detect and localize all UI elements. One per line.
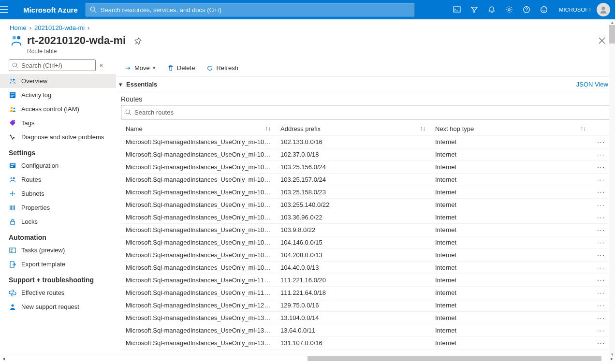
sidebar-item-overview[interactable]: Overview bbox=[0, 74, 116, 88]
refresh-button[interactable]: Refresh bbox=[202, 60, 243, 76]
row-context-menu[interactable]: ··· bbox=[591, 186, 610, 199]
scroll-up-arrow[interactable]: ▴ bbox=[609, 19, 615, 25]
row-context-menu[interactable]: ··· bbox=[591, 249, 610, 262]
sidebar-search-input[interactable] bbox=[21, 62, 92, 69]
row-context-menu[interactable]: ··· bbox=[591, 136, 610, 148]
horizontal-scrollbar[interactable]: ◂ ▸ bbox=[0, 355, 615, 362]
row-context-menu[interactable]: ··· bbox=[591, 224, 610, 236]
move-button[interactable]: Move ▾ bbox=[120, 60, 161, 76]
collapse-sidebar-button[interactable]: « bbox=[100, 62, 103, 69]
table-row[interactable]: Microsoft.Sql-managedInstances_UseOnly_m… bbox=[121, 299, 610, 312]
sidebar-item-activity-log[interactable]: Activity log bbox=[0, 88, 116, 102]
row-context-menu[interactable]: ··· bbox=[591, 324, 610, 337]
table-row[interactable]: Microsoft.Sql-managedInstances_UseOnly_m… bbox=[121, 224, 610, 236]
sidebar-item-locks[interactable]: Locks bbox=[0, 215, 116, 229]
table-row[interactable]: Microsoft.Sql-managedInstances_UseOnly_m… bbox=[121, 186, 610, 199]
sidebar-group-header: Settings bbox=[0, 144, 116, 159]
sidebar-item-new-support-request[interactable]: New support request bbox=[0, 300, 116, 314]
table-row[interactable]: Microsoft.Sql-managedInstances_UseOnly_m… bbox=[121, 324, 610, 337]
row-context-menu[interactable]: ··· bbox=[591, 312, 610, 324]
sidebar-item-properties[interactable]: Properties bbox=[0, 201, 116, 215]
notifications-icon[interactable] bbox=[483, 0, 500, 19]
table-row[interactable]: Microsoft.Sql-managedInstances_UseOnly_m… bbox=[121, 211, 610, 224]
row-context-menu[interactable]: ··· bbox=[591, 337, 610, 349]
row-context-menu[interactable]: ··· bbox=[591, 161, 610, 174]
global-search[interactable] bbox=[86, 3, 414, 16]
route-name: Microsoft.Sql-managedInstances_UseOnly_m… bbox=[121, 262, 276, 274]
scroll-thumb[interactable] bbox=[308, 356, 601, 361]
sidebar-search[interactable] bbox=[9, 59, 96, 71]
sort-icon[interactable]: ↑↓ bbox=[420, 125, 425, 132]
route-name: Microsoft.Sql-managedInstances_UseOnly_m… bbox=[121, 224, 276, 236]
delete-button[interactable]: Delete bbox=[162, 60, 200, 76]
json-view-link[interactable]: JSON View bbox=[576, 81, 608, 88]
vertical-scrollbar[interactable]: ▴ ▾ bbox=[609, 19, 615, 357]
move-label: Move bbox=[134, 64, 150, 72]
table-row[interactable]: Microsoft.Sql-managedInstances_UseOnly_m… bbox=[121, 199, 610, 211]
route-table-icon bbox=[10, 34, 23, 48]
table-row[interactable]: Microsoft.Sql-managedInstances_UseOnly_m… bbox=[121, 274, 610, 287]
svg-rect-18 bbox=[10, 163, 15, 168]
row-context-menu[interactable]: ··· bbox=[591, 274, 610, 287]
cloud-shell-icon[interactable] bbox=[449, 0, 465, 19]
sidebar-item-tasks-preview-[interactable]: Tasks (preview) bbox=[0, 243, 116, 257]
table-row[interactable]: Microsoft.Sql-managedInstances_UseOnly_m… bbox=[121, 262, 610, 274]
table-row[interactable]: Microsoft.Sql-managedInstances_UseOnly_m… bbox=[121, 174, 610, 186]
sidebar-item-effective-routes[interactable]: Effective routes bbox=[0, 286, 116, 300]
svg-point-15 bbox=[14, 107, 15, 109]
sidebar-item-configuration[interactable]: Configuration bbox=[0, 159, 116, 173]
route-hop: Internet bbox=[430, 299, 591, 312]
sidebar-item-export-template[interactable]: Export template bbox=[0, 257, 116, 271]
hamburger-menu[interactable] bbox=[0, 6, 23, 13]
row-context-menu[interactable]: ··· bbox=[591, 211, 610, 224]
table-row[interactable]: Microsoft.Sql-managedInstances_UseOnly_m… bbox=[121, 161, 610, 174]
row-context-menu[interactable]: ··· bbox=[591, 174, 610, 186]
table-row[interactable]: Microsoft.Sql-managedInstances_UseOnly_m… bbox=[121, 312, 610, 324]
sort-icon[interactable]: ↑↓ bbox=[580, 125, 586, 132]
table-row[interactable]: Microsoft.Sql-managedInstances_UseOnly_m… bbox=[121, 136, 610, 148]
col-name-header[interactable]: Name↑↓ bbox=[121, 122, 276, 136]
sidebar-item-subnets[interactable]: Subnets bbox=[0, 187, 116, 201]
table-row[interactable]: Microsoft.Sql-managedInstances_UseOnly_m… bbox=[121, 236, 610, 249]
settings-icon[interactable] bbox=[501, 0, 517, 19]
account-menu[interactable]: MICROSOFT bbox=[552, 3, 615, 16]
page-header: rt-20210120-wda-mi Route table bbox=[0, 34, 615, 59]
global-search-input[interactable] bbox=[101, 6, 410, 14]
breadcrumb-home[interactable]: Home bbox=[10, 24, 27, 31]
row-context-menu[interactable]: ··· bbox=[591, 299, 610, 312]
feedback-icon[interactable] bbox=[536, 0, 552, 19]
table-row[interactable]: Microsoft.Sql-managedInstances_UseOnly_m… bbox=[121, 287, 610, 299]
scroll-thumb[interactable] bbox=[609, 25, 615, 44]
routes-search[interactable] bbox=[121, 105, 610, 119]
row-context-menu[interactable]: ··· bbox=[591, 287, 610, 299]
sidebar-item-diagnose-and-solve-problems[interactable]: Diagnose and solve problems bbox=[0, 130, 116, 144]
svg-rect-19 bbox=[11, 164, 15, 165]
directory-filter-icon[interactable] bbox=[466, 0, 483, 19]
row-context-menu[interactable]: ··· bbox=[591, 148, 610, 161]
row-context-menu[interactable]: ··· bbox=[591, 262, 610, 274]
scroll-left-arrow[interactable]: ◂ bbox=[0, 356, 7, 361]
sort-icon[interactable]: ↑↓ bbox=[265, 125, 271, 132]
delete-label: Delete bbox=[177, 64, 195, 72]
route-name: Microsoft.Sql-managedInstances_UseOnly_m… bbox=[121, 161, 276, 174]
pin-button[interactable] bbox=[134, 34, 142, 45]
row-context-menu[interactable]: ··· bbox=[591, 236, 610, 249]
close-button[interactable] bbox=[599, 34, 605, 44]
table-row[interactable]: Microsoft.Sql-managedInstances_UseOnly_m… bbox=[121, 337, 610, 349]
svg-point-23 bbox=[12, 193, 14, 194]
col-prefix-header[interactable]: Address prefix↑↓ bbox=[276, 122, 430, 136]
svg-point-9 bbox=[17, 36, 20, 40]
table-row[interactable]: Microsoft.Sql-managedInstances_UseOnly_m… bbox=[121, 249, 610, 262]
help-icon[interactable] bbox=[518, 0, 535, 19]
col-hop-header[interactable]: Next hop type↑↓ bbox=[430, 122, 591, 136]
routes-search-input[interactable] bbox=[134, 109, 606, 116]
sidebar-item-tags[interactable]: Tags bbox=[0, 116, 116, 130]
row-context-menu[interactable]: ··· bbox=[591, 199, 610, 211]
sidebar-item-access-control-iam-[interactable]: Access control (IAM) bbox=[0, 102, 116, 116]
scroll-down-arrow[interactable]: ▾ bbox=[609, 351, 615, 357]
brand-label[interactable]: Microsoft Azure bbox=[23, 6, 78, 14]
sidebar-item-routes[interactable]: Routes bbox=[0, 173, 116, 187]
essentials-toggle[interactable]: ▾ Essentials bbox=[119, 81, 157, 88]
breadcrumb-parent[interactable]: 20210120-wda-mi bbox=[34, 24, 85, 31]
table-row[interactable]: Microsoft.Sql-managedInstances_UseOnly_m… bbox=[121, 148, 610, 161]
